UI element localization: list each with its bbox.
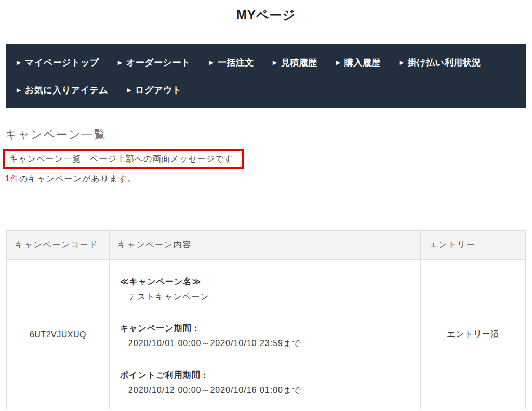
nav-item-label: オーダーシート (126, 57, 191, 69)
nav-item-quote-history[interactable]: ▶見積履歴 (273, 57, 317, 69)
nav-item-label: 一括注文 (218, 57, 254, 69)
arrow-right-icon: ▶ (400, 60, 404, 65)
campaign-table: キャンペーンコード キャンペーン内容 エントリー 6UT2VJUXUQ ≪キャン… (6, 230, 526, 409)
nav-item-order-sheet[interactable]: ▶オーダーシート (118, 57, 191, 69)
nav-item-bulk-order[interactable]: ▶一括注文 (209, 57, 254, 69)
campaign-count-number: 1件 (5, 174, 19, 183)
arrow-right-icon: ▶ (17, 87, 21, 93)
point-period-value: 2020/10/12 00:00～2020/10/16 01:00まで (120, 382, 410, 397)
nav-item-label: お気に入りアイテム (25, 84, 108, 96)
mypage-nav: ▶マイページトップ ▶オーダーシート ▶一括注文 ▶見積履歴 ▶購入履歴 ▶掛け… (6, 44, 526, 108)
page-top-message-box: キャンペーン一覧 ページ上部への画面メッセージです (3, 149, 244, 169)
point-period-label: ポイントご利用期間： (120, 367, 410, 382)
nav-item-label: 掛け払い利用状況 (408, 57, 481, 69)
campaign-period-block: キャンペーン期間： 2020/10/01 00:00～2020/10/10 23… (120, 321, 410, 351)
campaign-desc-cell: ≪キャンペーン名≫ テストキャンペーン キャンペーン期間： 2020/10/01… (109, 260, 420, 409)
campaign-list-heading: キャンペーン一覧 (5, 127, 532, 142)
header-campaign-desc: キャンペーン内容 (109, 231, 420, 260)
nav-item-logout[interactable]: ▶ログアウト (127, 84, 181, 96)
nav-item-deferred-payment-status[interactable]: ▶掛け払い利用状況 (400, 57, 481, 69)
arrow-right-icon: ▶ (336, 60, 341, 65)
entry-status-cell: エントリー済 (421, 260, 526, 409)
arrow-right-icon: ▶ (273, 60, 277, 65)
campaign-name-block: ≪キャンペーン名≫ テストキャンペーン (120, 274, 410, 304)
point-period-block: ポイントご利用期間： 2020/10/12 00:00～2020/10/16 0… (120, 367, 410, 397)
arrow-right-icon: ▶ (17, 60, 21, 65)
campaign-code-cell: 6UT2VJUXUQ (7, 260, 110, 409)
campaign-count-text: のキャンペーンがあります。 (19, 174, 136, 183)
nav-item-purchase-history[interactable]: ▶購入履歴 (336, 57, 381, 69)
nav-item-favorite-items[interactable]: ▶お気に入りアイテム (17, 84, 108, 96)
campaign-name-label: ≪キャンペーン名≫ (120, 274, 410, 289)
arrow-right-icon: ▶ (118, 60, 123, 65)
nav-row-2: ▶お気に入りアイテム ▶ログアウト (17, 84, 515, 96)
page-title: MYページ (0, 0, 532, 23)
nav-item-label: マイページトップ (25, 57, 99, 69)
nav-item-label: ログアウト (135, 84, 182, 96)
nav-item-mypage-top[interactable]: ▶マイページトップ (17, 57, 99, 69)
arrow-right-icon: ▶ (209, 60, 214, 65)
header-campaign-code: キャンペーンコード (7, 231, 110, 260)
message-box-wrapper: キャンペーン一覧 ページ上部への画面メッセージです (0, 142, 532, 169)
header-entry: エントリー (421, 231, 526, 260)
campaign-period-label: キャンペーン期間： (120, 321, 410, 336)
nav-item-label: 見積履歴 (281, 57, 317, 69)
nav-item-label: 購入履歴 (344, 57, 381, 69)
campaign-period-value: 2020/10/01 00:00～2020/10/10 23:59まで (120, 336, 410, 351)
table-row: 6UT2VJUXUQ ≪キャンペーン名≫ テストキャンペーン キャンペーン期間：… (7, 260, 526, 409)
table-header-row: キャンペーンコード キャンペーン内容 エントリー (7, 231, 526, 260)
nav-row-1: ▶マイページトップ ▶オーダーシート ▶一括注文 ▶見積履歴 ▶購入履歴 ▶掛け… (17, 57, 515, 69)
arrow-right-icon: ▶ (127, 87, 131, 93)
campaign-count-line: 1件のキャンペーンがあります。 (5, 174, 532, 184)
campaign-name-value: テストキャンペーン (120, 289, 410, 304)
